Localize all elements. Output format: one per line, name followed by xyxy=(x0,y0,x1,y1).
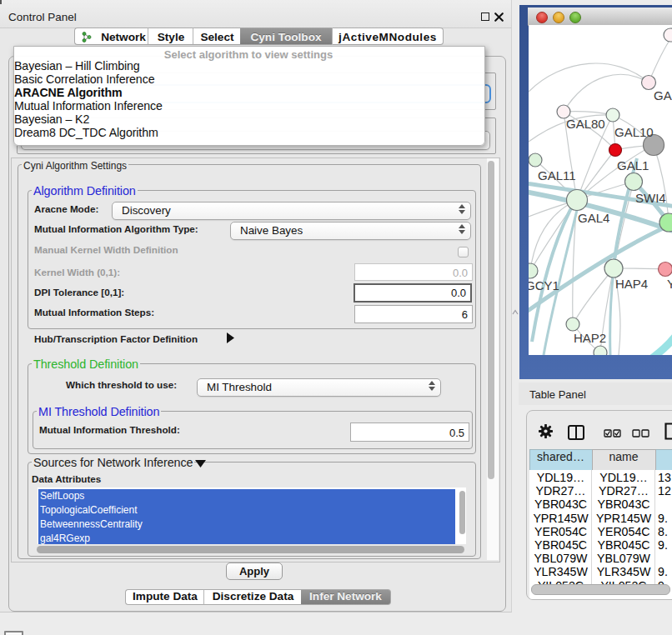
svg-text:HAP4: HAP4 xyxy=(615,277,648,291)
svg-text:GAL7: GAL7 xyxy=(654,88,672,102)
svg-text:SWI4: SWI4 xyxy=(635,191,666,205)
svg-text:Y: Y xyxy=(667,277,672,291)
svg-text:GAL11: GAL11 xyxy=(538,168,576,182)
svg-text:GCY1: GCY1 xyxy=(529,278,559,292)
svg-text:GAL10: GAL10 xyxy=(614,125,654,139)
svg-text:GAL80: GAL80 xyxy=(566,117,605,131)
svg-text:GAL4: GAL4 xyxy=(578,211,609,225)
svg-text:GAL1: GAL1 xyxy=(617,158,649,172)
svg-text:HAP2: HAP2 xyxy=(574,331,606,345)
